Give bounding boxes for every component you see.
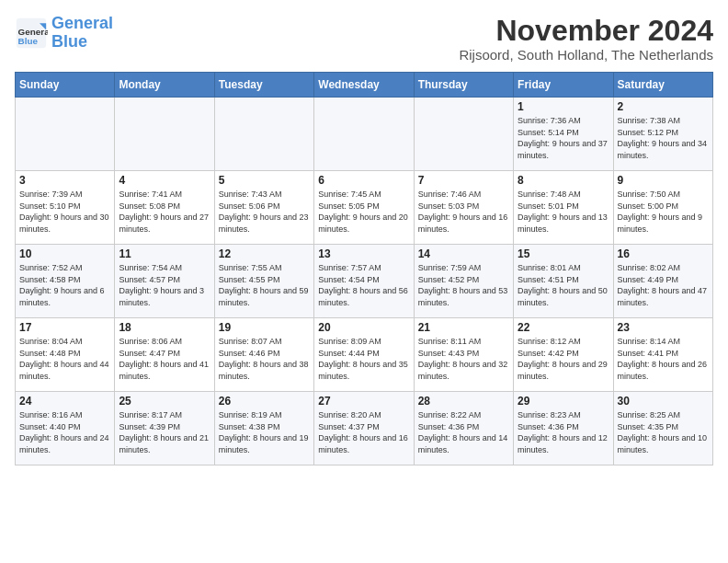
day-info: Sunrise: 7:43 AMSunset: 5:06 PMDaylight:…: [219, 190, 309, 234]
table-row: [115, 98, 214, 171]
day-info: Sunrise: 8:22 AMSunset: 4:36 PMDaylight:…: [418, 410, 508, 454]
table-row: [16, 98, 115, 171]
table-row: [214, 98, 313, 171]
table-row: 16 Sunrise: 8:02 AMSunset: 4:49 PMDaylig…: [613, 245, 712, 318]
day-number: 2: [618, 100, 709, 113]
day-number: 30: [618, 395, 709, 408]
logo-line2: Blue: [51, 32, 87, 51]
day-info: Sunrise: 8:11 AMSunset: 4:43 PMDaylight:…: [418, 337, 508, 381]
day-number: 11: [119, 247, 210, 260]
day-number: 5: [219, 174, 310, 187]
day-number: 7: [418, 174, 509, 187]
day-info: Sunrise: 7:48 AMSunset: 5:01 PMDaylight:…: [518, 190, 608, 234]
col-saturday: Saturday: [613, 73, 712, 98]
day-number: 22: [518, 321, 609, 334]
table-row: 14 Sunrise: 7:59 AMSunset: 4:52 PMDaylig…: [414, 245, 513, 318]
day-number: 15: [518, 247, 609, 260]
day-number: 16: [618, 247, 709, 260]
day-info: Sunrise: 8:06 AMSunset: 4:47 PMDaylight:…: [119, 337, 209, 381]
day-info: Sunrise: 7:50 AMSunset: 5:00 PMDaylight:…: [618, 190, 703, 234]
day-info: Sunrise: 7:45 AMSunset: 5:05 PMDaylight:…: [318, 190, 408, 234]
day-number: 20: [318, 321, 409, 334]
day-number: 4: [119, 174, 210, 187]
table-row: 6 Sunrise: 7:45 AMSunset: 5:05 PMDayligh…: [314, 171, 414, 245]
day-info: Sunrise: 7:57 AMSunset: 4:54 PMDaylight:…: [318, 263, 408, 307]
table-row: 13 Sunrise: 7:57 AMSunset: 4:54 PMDaylig…: [314, 245, 414, 318]
day-info: Sunrise: 7:54 AMSunset: 4:57 PMDaylight:…: [119, 263, 204, 307]
day-number: 26: [219, 395, 310, 408]
page-subtitle: Rijsoord, South Holland, The Netherlands: [459, 47, 713, 63]
col-sunday: Sunday: [16, 73, 115, 98]
day-info: Sunrise: 7:46 AMSunset: 5:03 PMDaylight:…: [418, 190, 508, 234]
day-number: 29: [518, 395, 609, 408]
day-number: 8: [518, 174, 609, 187]
table-row: 12 Sunrise: 7:55 AMSunset: 4:55 PMDaylig…: [214, 245, 313, 318]
page: General Blue General Blue November 2024 …: [0, 0, 728, 563]
day-number: 24: [19, 395, 110, 408]
col-wednesday: Wednesday: [314, 73, 414, 98]
table-row: 23 Sunrise: 8:14 AMSunset: 4:41 PMDaylig…: [613, 318, 712, 392]
table-row: 19 Sunrise: 8:07 AMSunset: 4:46 PMDaylig…: [214, 318, 313, 392]
table-row: 21 Sunrise: 8:11 AMSunset: 4:43 PMDaylig…: [414, 318, 513, 392]
day-number: 10: [19, 247, 110, 260]
col-tuesday: Tuesday: [214, 73, 313, 98]
day-number: 21: [418, 321, 509, 334]
table-row: 10 Sunrise: 7:52 AMSunset: 4:58 PMDaylig…: [16, 245, 115, 318]
calendar-week-row: 17 Sunrise: 8:04 AMSunset: 4:48 PMDaylig…: [16, 318, 713, 392]
calendar-week-row: 10 Sunrise: 7:52 AMSunset: 4:58 PMDaylig…: [16, 245, 713, 318]
table-row: 17 Sunrise: 8:04 AMSunset: 4:48 PMDaylig…: [16, 318, 115, 392]
col-monday: Monday: [115, 73, 214, 98]
header: General Blue General Blue November 2024 …: [15, 15, 713, 63]
day-info: Sunrise: 8:12 AMSunset: 4:42 PMDaylight:…: [518, 337, 608, 381]
table-row: 9 Sunrise: 7:50 AMSunset: 5:00 PMDayligh…: [613, 171, 712, 245]
table-row: [314, 98, 414, 171]
day-number: 1: [518, 100, 609, 113]
day-info: Sunrise: 8:04 AMSunset: 4:48 PMDaylight:…: [19, 337, 109, 381]
table-row: 2 Sunrise: 7:38 AMSunset: 5:12 PMDayligh…: [613, 98, 712, 171]
day-number: 9: [618, 174, 709, 187]
day-number: 27: [318, 395, 409, 408]
calendar-week-row: 24 Sunrise: 8:16 AMSunset: 4:40 PMDaylig…: [16, 392, 713, 465]
calendar-table: Sunday Monday Tuesday Wednesday Thursday…: [15, 72, 713, 465]
day-info: Sunrise: 8:17 AMSunset: 4:39 PMDaylight:…: [119, 410, 209, 454]
table-row: 15 Sunrise: 8:01 AMSunset: 4:51 PMDaylig…: [514, 245, 613, 318]
day-info: Sunrise: 8:23 AMSunset: 4:36 PMDaylight:…: [518, 410, 608, 454]
calendar-week-row: 3 Sunrise: 7:39 AMSunset: 5:10 PMDayligh…: [16, 171, 713, 245]
day-number: 6: [318, 174, 409, 187]
col-thursday: Thursday: [414, 73, 513, 98]
table-row: 18 Sunrise: 8:06 AMSunset: 4:47 PMDaylig…: [115, 318, 214, 392]
title-block: November 2024 Rijsoord, South Holland, T…: [459, 15, 713, 63]
day-number: 23: [618, 321, 709, 334]
table-row: 28 Sunrise: 8:22 AMSunset: 4:36 PMDaylig…: [414, 392, 513, 465]
day-info: Sunrise: 8:01 AMSunset: 4:51 PMDaylight:…: [518, 263, 608, 307]
day-info: Sunrise: 8:02 AMSunset: 4:49 PMDaylight:…: [618, 263, 708, 307]
logo-line1: General: [51, 14, 113, 32]
logo-text: General Blue: [51, 15, 113, 52]
day-number: 18: [119, 321, 210, 334]
table-row: 5 Sunrise: 7:43 AMSunset: 5:06 PMDayligh…: [214, 171, 313, 245]
day-info: Sunrise: 7:55 AMSunset: 4:55 PMDaylight:…: [219, 263, 309, 307]
table-row: 1 Sunrise: 7:36 AMSunset: 5:14 PMDayligh…: [514, 98, 613, 171]
day-number: 12: [219, 247, 310, 260]
day-info: Sunrise: 8:20 AMSunset: 4:37 PMDaylight:…: [318, 410, 408, 454]
table-row: 24 Sunrise: 8:16 AMSunset: 4:40 PMDaylig…: [16, 392, 115, 465]
table-row: 4 Sunrise: 7:41 AMSunset: 5:08 PMDayligh…: [115, 171, 214, 245]
table-row: [414, 98, 513, 171]
table-row: 30 Sunrise: 8:25 AMSunset: 4:35 PMDaylig…: [613, 392, 712, 465]
page-title: November 2024: [459, 15, 713, 47]
day-info: Sunrise: 7:52 AMSunset: 4:58 PMDaylight:…: [19, 263, 105, 307]
table-row: 29 Sunrise: 8:23 AMSunset: 4:36 PMDaylig…: [514, 392, 613, 465]
day-info: Sunrise: 7:41 AMSunset: 5:08 PMDaylight:…: [119, 190, 209, 234]
day-number: 13: [318, 247, 409, 260]
day-info: Sunrise: 8:16 AMSunset: 4:40 PMDaylight:…: [19, 410, 109, 454]
table-row: 7 Sunrise: 7:46 AMSunset: 5:03 PMDayligh…: [414, 171, 513, 245]
day-info: Sunrise: 8:09 AMSunset: 4:44 PMDaylight:…: [318, 337, 408, 381]
logo-icon: General Blue: [15, 17, 48, 50]
table-row: 20 Sunrise: 8:09 AMSunset: 4:44 PMDaylig…: [314, 318, 414, 392]
table-row: 27 Sunrise: 8:20 AMSunset: 4:37 PMDaylig…: [314, 392, 414, 465]
table-row: 3 Sunrise: 7:39 AMSunset: 5:10 PMDayligh…: [16, 171, 115, 245]
day-number: 19: [219, 321, 310, 334]
table-row: 22 Sunrise: 8:12 AMSunset: 4:42 PMDaylig…: [514, 318, 613, 392]
table-row: 26 Sunrise: 8:19 AMSunset: 4:38 PMDaylig…: [214, 392, 313, 465]
table-row: 8 Sunrise: 7:48 AMSunset: 5:01 PMDayligh…: [514, 171, 613, 245]
